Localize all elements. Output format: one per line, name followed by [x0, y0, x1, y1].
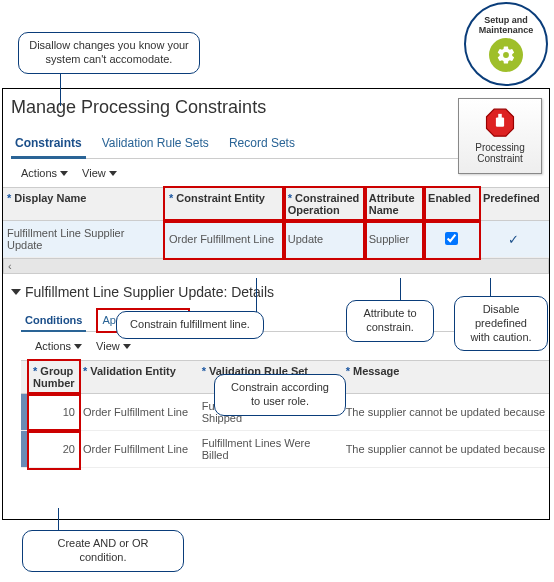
- conditions-view-menu[interactable]: View: [96, 340, 131, 352]
- col-constraint-entity: Constraint Entity: [176, 192, 265, 204]
- cell-validation-entity: Order Fulfillment Line: [79, 431, 198, 468]
- col-enabled: Enabled: [428, 192, 471, 204]
- table-row[interactable]: Fulfillment Line Supplier Update Order F…: [3, 221, 549, 258]
- callout-constrain-role: Constrain according to user role.: [214, 374, 346, 416]
- col-attribute-name: Attribute Name: [369, 192, 415, 216]
- view-label: View: [96, 340, 120, 352]
- view-label: View: [82, 167, 106, 179]
- view-menu[interactable]: View: [82, 167, 117, 179]
- callout-create-and-or: Create AND or OR condition.: [22, 530, 184, 572]
- sub-tab-conditions[interactable]: Conditions: [21, 310, 86, 332]
- actions-menu[interactable]: Actions: [21, 167, 68, 179]
- constraints-table: * Display Name * Constraint Entity * Con…: [3, 187, 549, 258]
- processing-constraint-badge[interactable]: Processing Constraint: [458, 98, 542, 174]
- chevron-down-icon: [74, 344, 82, 349]
- actions-label: Actions: [21, 167, 57, 179]
- cell-group-number: 10: [29, 394, 79, 431]
- cell-display-name: Fulfillment Line Supplier Update: [3, 221, 165, 258]
- chevron-down-icon: [60, 171, 68, 176]
- callout-line: [400, 278, 401, 300]
- col-predefined: Predefined: [483, 192, 540, 204]
- cell-validation-rule-set: Fulfillment Lines Were Billed: [198, 431, 342, 468]
- col-validation-entity: Validation Entity: [90, 365, 176, 377]
- col-display-name: Display Name: [14, 192, 86, 204]
- collapse-icon: [11, 289, 21, 295]
- cell-attribute-name: Supplier: [365, 221, 424, 258]
- tab-record-sets[interactable]: Record Sets: [225, 130, 299, 158]
- conditions-actions-menu[interactable]: Actions: [35, 340, 82, 352]
- actions-label: Actions: [35, 340, 71, 352]
- chevron-down-icon: [123, 344, 131, 349]
- col-group-number: Group Number: [33, 365, 75, 389]
- callout-disable-predefined: Disable predefined with caution.: [454, 296, 548, 351]
- details-title: Fulfillment Line Supplier Update: Detail…: [25, 284, 274, 300]
- gear-icon: [489, 38, 523, 72]
- cell-constrained-operation: Update: [284, 221, 365, 258]
- setup-maintenance-label: Setup and Maintenance: [466, 16, 546, 36]
- predefined-check-icon: ✓: [483, 232, 545, 247]
- stop-shield-icon: [485, 108, 515, 142]
- processing-constraint-label2: Constraint: [477, 153, 523, 164]
- callout-line: [490, 278, 491, 296]
- cell-validation-entity: Order Fulfillment Line: [79, 394, 198, 431]
- callout-disallow: Disallow changes you know your system ca…: [18, 32, 200, 74]
- callout-line: [256, 278, 257, 312]
- col-message: Message: [353, 365, 399, 377]
- callout-attribute-to-constrain: Attribute to constrain.: [346, 300, 434, 342]
- cell-constraint-entity: Order Fulfillment Line: [165, 221, 284, 258]
- cell-message: The supplier cannot be updated because: [342, 431, 549, 468]
- setup-maintenance-badge[interactable]: Setup and Maintenance: [464, 2, 548, 86]
- tab-constraints[interactable]: Constraints: [11, 130, 86, 159]
- cell-group-number: 20: [29, 431, 79, 468]
- cell-message: The supplier cannot be updated because: [342, 394, 549, 431]
- svg-rect-2: [498, 114, 502, 120]
- horizontal-scrollbar[interactable]: ‹: [3, 258, 549, 274]
- table-row[interactable]: 20 Order Fulfillment Line Fulfillment Li…: [21, 431, 549, 468]
- col-constrained-operation: Constrained Operation: [288, 192, 360, 216]
- enabled-checkbox[interactable]: [445, 232, 458, 245]
- tab-validation-rule-sets[interactable]: Validation Rule Sets: [98, 130, 213, 158]
- callout-line: [58, 508, 59, 530]
- chevron-down-icon: [109, 171, 117, 176]
- processing-constraint-label1: Processing: [475, 142, 524, 153]
- callout-line: [60, 68, 61, 106]
- callout-constrain-fulfillment: Constrain fulfillment line.: [116, 311, 264, 339]
